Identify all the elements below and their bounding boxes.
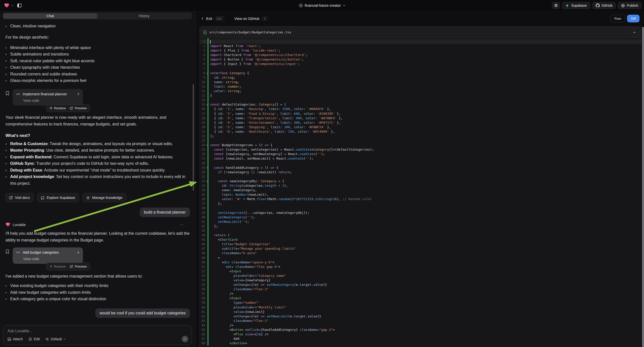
list-item: GitHub Sync: Transfer your project's cod… [6,160,190,167]
tab-history[interactable]: History [97,13,192,19]
fold-chevron-icon[interactable]: ∨ [205,102,209,107]
github-button[interactable]: GitHub [592,2,616,9]
message-menu-icon[interactable]: ⋯ [180,222,184,227]
code-line: 66 <Plus size={16} /> [200,332,642,336]
fold-gutter [205,98,209,102]
chat-scrollbar[interactable] [193,84,194,191]
code-line: 61 value={newLimit} [200,310,642,314]
fold-gutter [205,84,209,89]
code-line: 16 { id: '1', name: 'Housing', limit: 15… [200,107,642,111]
fold-gutter [205,310,209,314]
fold-gutter [205,228,209,233]
fold-gutter [205,332,209,336]
suggestion-buttons-row: Visit docs Explore Supabase Manage knowl… [6,193,190,202]
file-header[interactable]: src/components/budget/BudgetCategories.t… [200,27,642,38]
publish-button[interactable]: Publish [618,2,642,9]
code-scrollbar[interactable] [642,27,644,347]
code-line: 23 [200,138,642,143]
exit-button[interactable]: Exit ESC [202,16,224,21]
sliders-icon [45,337,49,341]
manage-knowledge-button[interactable]: Manage knowledge [82,193,126,202]
explore-supabase-button[interactable]: Explore Supabase [37,193,79,202]
diff-toggle-button[interactable]: Diff [627,15,640,22]
fold-gutter [205,336,209,341]
code-line: 18 { id: '3', name: 'Transportation', li… [200,116,642,120]
image-icon [8,337,11,341]
chevron-down-icon[interactable] [11,4,14,7]
panel-left-icon[interactable] [17,3,22,8]
fold-gutter [205,62,209,66]
restore-button[interactable]: ↺ Restore [50,106,66,110]
collapse-file-button[interactable] [630,29,639,36]
version-card-add-budget-categories[interactable]: <> Add budget categories View code ↺ Res… [13,248,83,264]
fold-gutter [205,305,209,310]
fold-gutter [205,39,209,44]
view-code-link[interactable]: View code [23,98,80,102]
fold-gutter [205,93,209,98]
fold-gutter [205,269,209,274]
supabase-bolt-icon [565,4,569,8]
view-code-link[interactable]: View code [23,257,80,261]
fold-gutter [205,125,209,130]
code-line: 58 <Input [200,296,642,300]
restore-button[interactable]: ↺ Restore [50,264,66,268]
bookmark-icon[interactable] [6,91,10,106]
chat-messages[interactable]: Clean, intuitive navigation For the desi… [0,21,196,323]
list-item: Rounded corners and subtle shadows [6,71,190,78]
code-line: 67 Add [200,336,642,341]
target-icon [28,337,32,341]
settings-button[interactable]: ⚙ [552,2,560,9]
chevron-down-icon[interactable] [343,4,345,7]
code-line: 15∨const defaultCategories: Category[] =… [200,102,642,107]
edit-button[interactable]: Edit [28,337,40,341]
preview-button[interactable]: Preview [70,106,87,110]
code-line: 50 <div className="space-y-6"> [200,260,642,264]
user-message-bubble: would be cool if you could add budget ca… [95,308,190,318]
fold-gutter [205,246,209,251]
chevron-right-icon[interactable] [77,92,80,96]
fold-gutter [205,161,209,166]
bullet-dot-icon [6,47,7,48]
fold-chevron-icon[interactable]: ∨ [205,179,209,184]
list-item: Add new budget categories with custom li… [6,289,190,296]
fold-chevron-icon[interactable]: ∨ [205,166,209,170]
fold-gutter [205,53,209,57]
chevron-right-icon[interactable] [77,251,80,254]
model-selector[interactable]: Default [45,337,66,341]
code-line: 39 setCategories([...categories, newCate… [200,210,642,215]
bullet-dot-icon [6,292,7,293]
tab-chat[interactable]: Chat [3,13,97,19]
code-line: 35 limit: Number(newLimit), [200,192,642,197]
external-link-icon [70,265,73,268]
fold-gutter [205,242,209,246]
prompt-input-box[interactable]: Ask Lovable... Attach Edit [3,325,192,345]
visit-docs-button[interactable]: Visit docs [6,193,34,202]
chat-panel: Chat History Clean, intuitive navigation… [0,11,196,347]
fold-gutter [205,188,209,192]
preview-button[interactable]: Preview [70,264,87,268]
code-line: 68 </Button> [200,341,642,346]
fold-chevron-icon[interactable]: ∨ [205,71,209,76]
raw-toggle-button[interactable]: Raw [610,15,625,22]
code-line: 20 { id: '5', name: 'Shopping', limit: 2… [200,125,642,130]
code-editor[interactable]: 12import React from 'react';3import { Pl… [200,38,642,346]
code-line: 53 placeholder="Category name" [200,274,642,278]
lovable-logo-heart-icon[interactable] [4,3,10,8]
fold-chevron-icon[interactable]: ∨ [205,143,209,147]
code-line: 30 if (!newCategory || !newLimit) return… [200,170,642,174]
chevron-down-icon [64,338,66,340]
prompt-input[interactable]: Ask Lovable... [8,329,188,333]
send-button[interactable]: ↑ [182,336,188,342]
fold-gutter [205,300,209,305]
lovable-heart-icon [6,222,10,227]
fold-gutter [205,282,209,287]
diff-added-gutter-bar [208,38,208,346]
file-diff-card: src/components/budget/BudgetCategories.t… [200,26,642,347]
supabase-button[interactable]: Supabase [562,2,590,9]
version-card-implement-financial-planner[interactable]: <> Implement financial planner View code… [13,89,83,106]
project-title[interactable]: financial-future-creator [305,4,341,8]
view-on-github-button[interactable]: View on GitHub G [234,16,268,21]
bookmark-icon[interactable] [6,250,10,264]
attach-button[interactable]: Attach [8,337,23,341]
code-line: 22]; [200,134,642,138]
